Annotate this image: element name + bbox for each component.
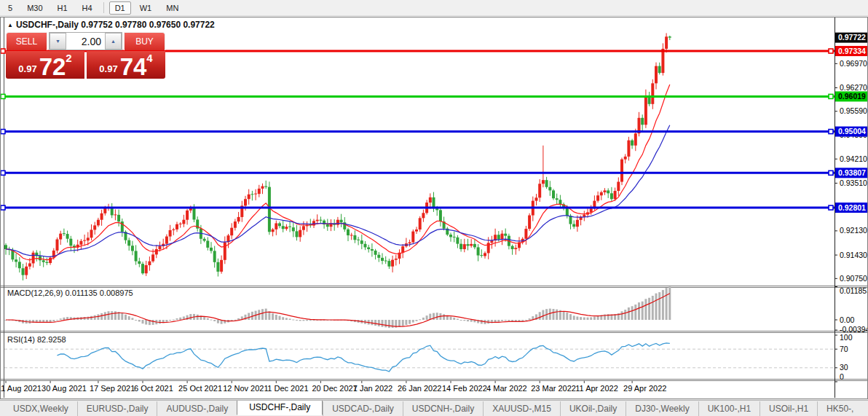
svg-text:20 Dec 2021: 20 Dec 2021 bbox=[312, 384, 357, 393]
svg-text:23 Mar 2022: 23 Mar 2022 bbox=[531, 384, 576, 393]
svg-text:0.95590: 0.95590 bbox=[840, 106, 867, 115]
tab-dj30-weekly[interactable]: DJ30-,Weekly bbox=[626, 401, 698, 416]
svg-text:100: 100 bbox=[840, 333, 853, 342]
svg-text:70: 70 bbox=[840, 345, 848, 353]
svg-text:12 Nov 2021: 12 Nov 2021 bbox=[223, 384, 268, 393]
chart-title-symbol: USDCHF-,Daily bbox=[16, 20, 79, 30]
tf-m30[interactable]: M30 bbox=[21, 1, 48, 15]
one-click-trade-widget: SELL ▼ ▲ BUY 0.97 72 2 0.97 74 4 bbox=[6, 32, 165, 79]
buy-price-tile[interactable]: 0.97 74 4 bbox=[87, 51, 165, 79]
svg-text:0: 0 bbox=[840, 372, 844, 381]
symbol-tab-bar: USDX,Weekly EURUSD-,Daily AUDUSD-,Daily … bbox=[0, 400, 868, 416]
sell-price-pip: 2 bbox=[66, 52, 71, 64]
sell-button[interactable]: SELL bbox=[6, 32, 47, 50]
svg-text:30 Aug 2021: 30 Aug 2021 bbox=[42, 384, 87, 393]
tf-m5[interactable]: 5 bbox=[2, 1, 18, 15]
volume-increase-button[interactable]: ▲ bbox=[105, 33, 122, 50]
chart-window: 0.969700.962700.955900.948900.942100.935… bbox=[0, 17, 868, 399]
svg-text:0.96270: 0.96270 bbox=[840, 83, 867, 92]
svg-text:0.96970: 0.96970 bbox=[840, 59, 867, 68]
svg-text:1 Dec 2021: 1 Dec 2021 bbox=[267, 384, 308, 393]
svg-text:11 Aug 2021: 11 Aug 2021 bbox=[1, 384, 42, 393]
volume-stepper: ▼ ▲ bbox=[49, 32, 122, 50]
volume-decrease-button[interactable]: ▼ bbox=[50, 33, 66, 50]
tab-uk100-h1[interactable]: UK100-,H1 bbox=[698, 401, 760, 416]
tf-h4[interactable]: H4 bbox=[76, 1, 98, 15]
macd-indicator-label: MACD(12,26,9) 0.011135 0.008975 bbox=[7, 289, 133, 297]
svg-text:0.90750: 0.90750 bbox=[840, 274, 867, 283]
svg-text:30: 30 bbox=[840, 363, 848, 372]
chart-title-ohlc: 0.97752 0.97780 0.97650 0.97722 bbox=[81, 20, 215, 30]
svg-text:0.011853: 0.011853 bbox=[840, 286, 867, 295]
tab-usdx-weekly[interactable]: USDX,Weekly bbox=[4, 401, 77, 416]
tab-ukoil-daily[interactable]: UKOil-,Daily bbox=[560, 401, 626, 416]
tab-usdcad-daily[interactable]: USDCAD-,Daily bbox=[323, 401, 403, 416]
tab-usdchf-daily[interactable]: USDCHF-,Daily bbox=[237, 400, 323, 415]
rsi-indicator-label: RSI(14) 82.9258 bbox=[7, 335, 66, 344]
svg-text:0.96019: 0.96019 bbox=[838, 92, 866, 101]
svg-text:0.93807: 0.93807 bbox=[838, 168, 866, 177]
tab-audusd-daily[interactable]: AUDUSD-,Daily bbox=[157, 401, 237, 416]
svg-text:29 Apr 2022: 29 Apr 2022 bbox=[623, 384, 666, 393]
tf-w1[interactable]: W1 bbox=[134, 1, 158, 15]
svg-text:0.97722: 0.97722 bbox=[838, 33, 866, 42]
svg-text:0.93510: 0.93510 bbox=[840, 178, 867, 187]
svg-text:0.92801: 0.92801 bbox=[838, 203, 866, 212]
tab-scroll-arrows: ◄ ► bbox=[862, 405, 868, 412]
timeframe-toolbar: 5 M30 H1 H4 D1 W1 MN bbox=[0, 0, 868, 16]
svg-text:25 Oct 2021: 25 Oct 2021 bbox=[178, 384, 222, 393]
buy-price-pip: 4 bbox=[146, 52, 152, 64]
svg-text:11 Apr 2022: 11 Apr 2022 bbox=[575, 384, 618, 393]
terminal-screen: 5 M30 H1 H4 D1 W1 MN 0.969700.962700.955… bbox=[0, 0, 868, 416]
toolbar-divider bbox=[103, 2, 104, 13]
collapse-triangle-icon[interactable]: ▲ bbox=[7, 22, 13, 28]
svg-text:4 Mar 2022: 4 Mar 2022 bbox=[486, 384, 527, 393]
svg-text:0.94210: 0.94210 bbox=[840, 154, 867, 163]
buy-button[interactable]: BUY bbox=[124, 32, 165, 50]
tab-hk50[interactable]: HK50-, bbox=[817, 401, 862, 416]
tab-eurusd-daily[interactable]: EURUSD-,Daily bbox=[77, 401, 157, 416]
buy-price-big: 74 bbox=[120, 58, 147, 76]
svg-text:0.00: 0.00 bbox=[840, 315, 855, 324]
svg-text:0.97334: 0.97334 bbox=[838, 47, 866, 55]
svg-text:7 Jan 2022: 7 Jan 2022 bbox=[353, 384, 392, 393]
tf-d1[interactable]: D1 bbox=[109, 1, 131, 15]
tf-h1[interactable]: H1 bbox=[52, 1, 74, 15]
sell-price-tile[interactable]: 0.97 72 2 bbox=[6, 51, 84, 79]
svg-text:26 Jan 2022: 26 Jan 2022 bbox=[398, 384, 442, 393]
tf-mn[interactable]: MN bbox=[160, 1, 184, 15]
svg-text:0.92130: 0.92130 bbox=[840, 226, 867, 235]
buy-price-prefix: 0.97 bbox=[99, 63, 117, 74]
tab-scroll-left-icon[interactable]: ◄ bbox=[862, 405, 868, 412]
sell-price-prefix: 0.97 bbox=[18, 63, 36, 74]
tab-usoil-h1[interactable]: USOil-,H1 bbox=[760, 401, 817, 416]
tab-usdcnh-daily[interactable]: USDCNH-,Daily bbox=[403, 401, 483, 416]
svg-text:6 Oct 2021: 6 Oct 2021 bbox=[134, 384, 173, 393]
tab-xauusd-m15[interactable]: XAUUSD-,M15 bbox=[483, 401, 560, 416]
svg-text:0.91430: 0.91430 bbox=[840, 251, 867, 259]
volume-input[interactable] bbox=[66, 33, 105, 50]
svg-text:0.95004: 0.95004 bbox=[838, 127, 866, 136]
svg-text:14 Feb 2022: 14 Feb 2022 bbox=[442, 384, 487, 393]
chart-title: ▲USDCHF-,Daily 0.97752 0.97780 0.97650 0… bbox=[7, 20, 215, 30]
svg-text:17 Sep 2021: 17 Sep 2021 bbox=[90, 384, 135, 393]
sell-price-big: 72 bbox=[39, 58, 66, 76]
